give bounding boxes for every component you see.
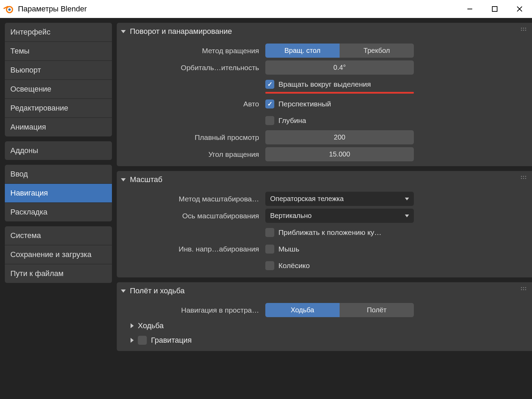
zoom-axis-select[interactable]: Вертикально	[265, 209, 414, 223]
panel-orbit-pan: Поворот и панарамирование Метод вращения…	[117, 23, 532, 166]
svg-rect-3	[492, 7, 497, 11]
smooth-view-field[interactable]: 200	[265, 130, 414, 144]
panel-zoom: Масштаб Метод масштабирова… Операторская…	[117, 171, 532, 277]
sidebar-item-viewport[interactable]: Вьюпорт	[5, 61, 112, 80]
seg-walk[interactable]: Ходьба	[265, 303, 340, 317]
label-invert-zoom: Инв. напр…абирования	[117, 245, 265, 253]
chevron-right-icon	[131, 338, 134, 343]
subpanel-walk[interactable]: Ходьба	[117, 319, 532, 333]
sidebar-item-addons[interactable]: Аддоны	[5, 141, 112, 160]
orbit-around-selection-checkbox[interactable]	[265, 80, 274, 89]
drag-handle-icon[interactable]	[521, 28, 529, 32]
svg-point-1	[8, 8, 11, 11]
invert-wheel-label: Колёсико	[278, 262, 310, 270]
blender-logo-icon	[3, 3, 14, 15]
label-rotation-method: Метод вращения	[117, 47, 265, 55]
close-button[interactable]	[507, 0, 532, 18]
panel-header-orbit[interactable]: Поворот и панарамирование	[117, 23, 532, 42]
sidebar-item-filepaths[interactable]: Пути к файлам	[5, 264, 112, 283]
drag-handle-icon[interactable]	[521, 176, 529, 181]
panel-fly-walk: Полёт и ходьба Навигация в простра… Ходь…	[117, 282, 532, 351]
chevron-right-icon	[131, 323, 134, 328]
sidebar-item-animation[interactable]: Анимация	[5, 118, 112, 136]
label-zoom-axis: Ось масштабирования	[117, 212, 265, 220]
zoom-to-mouse-checkbox[interactable]	[265, 228, 274, 237]
rotation-method-toggle[interactable]: Вращ. стол Трекбол	[265, 44, 414, 58]
auto-depth-label: Глубина	[278, 116, 306, 125]
label-view-navigation: Навигация в простра…	[117, 306, 265, 314]
seg-turntable[interactable]: Вращ. стол	[265, 44, 340, 58]
sidebar: Интерфейс Темы Вьюпорт Освещение Редакти…	[5, 23, 112, 399]
invert-mouse-checkbox[interactable]	[265, 245, 274, 254]
chevron-down-icon	[405, 215, 409, 217]
chevron-down-icon	[121, 178, 126, 181]
seg-fly[interactable]: Полёт	[340, 303, 414, 317]
subpanel-gravity[interactable]: Гравитация	[117, 333, 532, 348]
sidebar-item-editing[interactable]: Редактирование	[5, 99, 112, 118]
orbit-around-selection-label: Вращать вокруг выделения	[278, 80, 371, 88]
chevron-down-icon	[121, 289, 126, 293]
label-zoom-method: Метод масштабирова…	[117, 195, 265, 203]
rotation-angle-field[interactable]: 15.000	[265, 147, 414, 161]
sidebar-item-keymap[interactable]: Раскладка	[5, 203, 112, 221]
sidebar-item-interface[interactable]: Интерфейс	[5, 23, 112, 42]
sidebar-item-saveload[interactable]: Сохранение и загрузка	[5, 245, 112, 264]
panel-header-zoom[interactable]: Масштаб	[117, 171, 532, 190]
highlight-underline	[265, 92, 414, 94]
chevron-down-icon	[121, 30, 126, 33]
auto-perspective-checkbox[interactable]	[265, 99, 274, 108]
minimize-button[interactable]	[457, 0, 482, 18]
chevron-down-icon	[405, 198, 409, 200]
main-content: Поворот и панарамирование Метод вращения…	[117, 23, 532, 399]
titlebar: Параметры Blender	[0, 0, 532, 18]
sidebar-item-themes[interactable]: Темы	[5, 42, 112, 61]
label-auto: Авто	[117, 100, 265, 108]
auto-perspective-label: Перспективный	[278, 100, 331, 108]
gravity-checkbox[interactable]	[138, 336, 147, 345]
sidebar-item-system[interactable]: Система	[5, 226, 112, 245]
seg-trackball[interactable]: Трекбол	[340, 44, 414, 58]
sidebar-item-navigation[interactable]: Навигация	[5, 184, 112, 203]
zoom-method-select[interactable]: Операторская тележка	[265, 192, 414, 206]
label-orbit-sensitivity: Орбиталь…ительность	[117, 64, 265, 72]
window-title: Параметры Blender	[18, 4, 87, 13]
sidebar-item-lights[interactable]: Освещение	[5, 80, 112, 99]
drag-handle-icon[interactable]	[521, 287, 529, 292]
sidebar-item-input[interactable]: Ввод	[5, 165, 112, 184]
maximize-button[interactable]	[482, 0, 507, 18]
zoom-to-mouse-label: Приближать к положению ку…	[278, 228, 381, 237]
invert-wheel-checkbox[interactable]	[265, 261, 274, 270]
label-rotation-angle: Угол вращения	[117, 150, 265, 159]
invert-mouse-label: Мышь	[278, 245, 299, 253]
view-navigation-toggle[interactable]: Ходьба Полёт	[265, 303, 414, 317]
orbit-sensitivity-field[interactable]: 0.4°	[265, 60, 414, 75]
auto-depth-checkbox[interactable]	[265, 116, 274, 125]
label-smooth-view: Плавный просмотр	[117, 133, 265, 142]
panel-header-flywalk[interactable]: Полёт и ходьба	[117, 282, 532, 302]
